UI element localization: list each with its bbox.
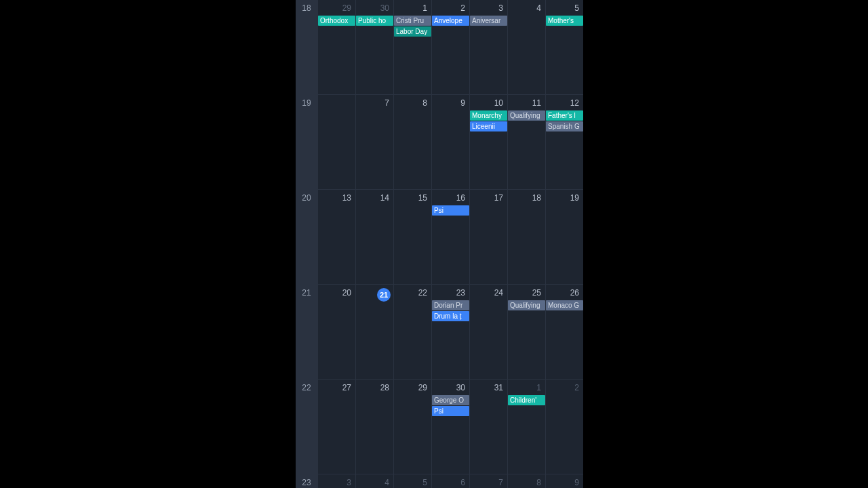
day-cell[interactable]: 30Public ho [355,0,393,94]
day-cell[interactable]: 22 [393,285,431,379]
day-cell[interactable]: 7 [469,474,507,488]
day-cell[interactable]: 2 [545,380,583,474]
day-number: 11 [508,95,545,110]
day-cell[interactable]: 26Monaco G [545,285,583,379]
calendar-event[interactable]: Dorian Pr [432,300,469,310]
week-number-cell: 18 [296,0,317,94]
day-cell[interactable]: 30George OPsi [431,380,469,474]
calendar-event[interactable]: Orthodox [318,16,355,26]
day-cell[interactable]: 8 [393,95,431,189]
day-cell[interactable]: 31 [469,380,507,474]
day-cell[interactable]: 14 [355,190,393,284]
day-number: 7 [356,95,393,110]
day-cell[interactable]: 8 [507,474,545,488]
day-events: Orthodox [318,16,355,26]
day-number: 10 [470,95,507,110]
day-cell[interactable]: 3Aniversar [469,0,507,94]
day-number: 13 [318,190,355,205]
day-cell[interactable]: 20 [317,285,355,379]
day-events: Father's lSpanish G [546,110,583,131]
day-number: 16 [432,190,469,205]
calendar-event[interactable]: Psi [432,406,469,416]
day-cell[interactable]: 9 [545,474,583,488]
week-number: 21 [302,288,311,298]
day-number: 1 [394,0,431,16]
week-row: 2227282930George OPsi311Children'2 [296,380,583,474]
day-cell[interactable]: 25Qualifying [507,285,545,379]
day-cell[interactable]: 18 [507,190,545,284]
day-cell[interactable]: 29Orthodox [317,0,355,94]
day-cell[interactable] [317,95,355,189]
day-cell[interactable]: 24 [469,285,507,379]
day-cell[interactable]: 1Cristi PruLabor Day [393,0,431,94]
day-number: 23 [432,285,469,300]
day-number: 19 [546,190,583,205]
calendar-event[interactable]: Monaco G [546,300,583,310]
day-number: 29 [318,0,355,16]
day-cell[interactable]: 16Psi [431,190,469,284]
day-cell[interactable]: 7 [355,95,393,189]
week-number: 22 [302,383,311,392]
calendar-event[interactable]: Psi [432,205,469,216]
calendar-event[interactable]: Spanish G [546,121,583,131]
calendar-event[interactable]: George O [432,395,469,405]
calendar-event[interactable]: Mother's [546,16,583,26]
day-cell[interactable]: 11Qualifying [507,95,545,189]
day-cell[interactable]: 5Mother's [545,0,583,94]
day-number: 24 [470,285,507,300]
day-events: Dorian PrDrum la ț [432,300,469,321]
day-cell[interactable]: 15 [393,190,431,284]
day-number: 14 [356,190,393,205]
day-events: George OPsi [432,395,469,416]
calendar-event[interactable]: Father's l [546,110,583,121]
day-number: 6 [432,474,469,488]
calendar-event[interactable]: Anvelope [432,16,469,26]
calendar-event[interactable]: Labor Day [394,26,431,37]
day-events: Qualifying [508,110,545,121]
day-number: 29 [394,380,431,395]
calendar-event[interactable]: Drum la ț [432,311,469,321]
week-number: 20 [302,193,311,203]
day-number: 30 [432,380,469,395]
calendar-event[interactable]: Aniversar [470,16,507,26]
day-cell[interactable]: 19 [545,190,583,284]
day-number: 2 [432,0,469,16]
week-number: 23 [302,478,311,487]
day-number [318,95,355,101]
day-cell[interactable]: 29 [393,380,431,474]
day-cell[interactable]: 5 [393,474,431,488]
day-cell[interactable]: 6 [431,474,469,488]
day-cell[interactable]: 10MonarchyLiceenii [469,95,507,189]
week-number-cell: 21 [296,285,317,379]
day-cell[interactable]: 4 [507,0,545,94]
week-row: 1978910MonarchyLiceenii11Qualifying12Fat… [296,95,583,190]
day-number: 28 [356,380,393,395]
calendar-event[interactable]: Liceenii [470,121,507,131]
day-cell[interactable]: 21 [355,285,393,379]
day-cell[interactable]: 27 [317,380,355,474]
week-number: 18 [302,3,311,13]
day-cell[interactable]: 4 [355,474,393,488]
day-cell[interactable]: 2Anvelope [431,0,469,94]
day-cell[interactable]: 9 [431,95,469,189]
day-cell[interactable]: 12Father's lSpanish G [545,95,583,189]
week-number-cell: 20 [296,190,317,284]
calendar-event[interactable]: Public ho [356,16,393,26]
calendar-event[interactable]: Qualifying [508,300,545,310]
day-events: Mother's [546,16,583,26]
day-cell[interactable]: 17 [469,190,507,284]
day-cell[interactable]: 28 [355,380,393,474]
calendar-event[interactable]: Qualifying [508,110,545,121]
calendar-event[interactable]: Monarchy [470,110,507,121]
day-cell[interactable]: 3 [317,474,355,488]
week-row: 2120212223Dorian PrDrum la ț2425Qualifyi… [296,285,583,380]
calendar-event[interactable]: Cristi Pru [394,16,431,26]
day-cell[interactable]: 1Children' [507,380,545,474]
day-cell[interactable]: 13 [317,190,355,284]
calendar-event[interactable]: Children' [508,395,545,405]
day-events: Monaco G [546,300,583,310]
day-cell[interactable]: 23Dorian PrDrum la ț [431,285,469,379]
week-number-cell: 19 [296,95,317,189]
day-events: Psi [432,205,469,216]
day-number: 26 [546,285,583,300]
